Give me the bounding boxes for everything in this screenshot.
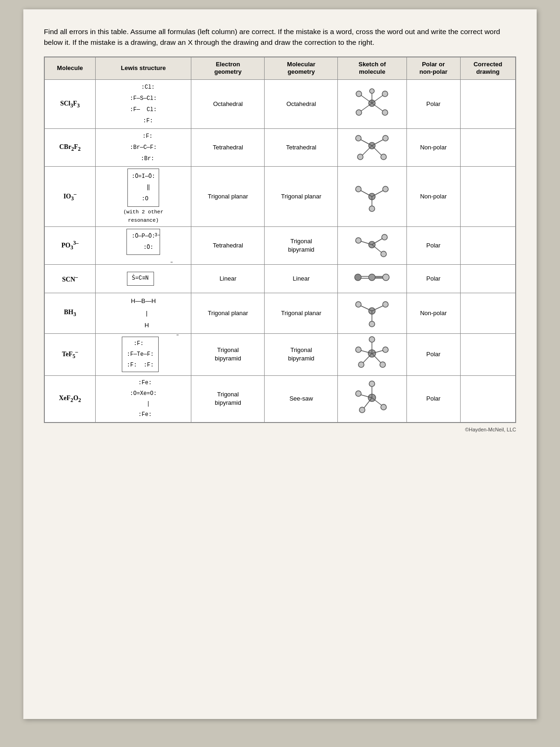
sketch	[338, 333, 406, 375]
svg-point-8	[382, 110, 388, 115]
table-row: SCl3F3 :Cl: :F—S—Cl: :F— Cl: :F: Octahed…	[44, 80, 516, 129]
molecule-name: SCl3F3	[44, 80, 95, 129]
molecule-svg	[353, 231, 391, 259]
molecule-name: TeF5–	[44, 333, 95, 375]
molecular-geometry: Tetrahedral	[265, 129, 338, 167]
molecule-svg	[353, 337, 391, 370]
molecular-geometry: See-saw	[265, 375, 338, 423]
molecule-svg	[353, 182, 391, 210]
svg-line-58	[372, 353, 381, 363]
electron-geometry: Linear	[191, 265, 265, 293]
svg-line-32	[372, 238, 383, 245]
corrected-drawing	[460, 227, 516, 265]
molecule-name: SCN–	[44, 265, 95, 293]
molecular-geometry: Trigonalbipyramid	[265, 227, 338, 265]
svg-point-2	[356, 91, 362, 97]
svg-point-51	[369, 337, 375, 342]
table-row: TeF5– :F: :F—Te—F: :F: :F: – Trigonalbip…	[44, 333, 516, 375]
sketch	[338, 80, 406, 129]
electron-geometry: Trigonal planar	[191, 293, 265, 333]
svg-point-68	[359, 407, 365, 413]
table-row: IO3– :Ö=I—Ö: ‖ :O (with 2 otherresonance…	[44, 167, 516, 227]
svg-point-46	[383, 302, 388, 307]
polar-label: Non-polar	[406, 293, 460, 333]
svg-point-34	[355, 274, 361, 281]
svg-point-6	[356, 110, 362, 115]
polar-label: Non-polar	[406, 129, 460, 167]
svg-line-30	[372, 245, 382, 253]
sketch	[338, 293, 406, 333]
svg-point-29	[356, 238, 361, 243]
corrected-drawing	[460, 129, 516, 167]
svg-point-13	[356, 135, 361, 141]
svg-point-22	[356, 186, 361, 192]
svg-point-59	[380, 362, 385, 367]
molecule-name: BH3	[44, 293, 95, 333]
molecular-geometry: Octahedral	[265, 80, 338, 129]
molecule-svg	[353, 268, 391, 287]
lewis-structure: H—B—H | H	[95, 293, 191, 333]
svg-line-65	[372, 398, 382, 406]
corrected-drawing	[460, 80, 516, 129]
molecule-name: XeF2O2	[44, 375, 95, 423]
col-header-lewis: Lewis structure	[95, 57, 191, 80]
sketch	[338, 227, 406, 265]
polar-label: Polar	[406, 375, 460, 423]
svg-line-1	[360, 95, 372, 103]
table-row: PO33– :Ö—P—Ö: :Ö: 3– Tetrahedral Trigona…	[44, 227, 516, 265]
svg-point-31	[381, 251, 386, 257]
svg-point-62	[369, 381, 375, 387]
svg-point-64	[356, 391, 361, 396]
svg-line-3	[372, 95, 384, 103]
svg-point-53	[356, 347, 361, 352]
molecular-geometry: Linear	[265, 265, 338, 293]
svg-point-26	[369, 206, 375, 211]
svg-line-14	[372, 139, 384, 146]
svg-point-17	[357, 154, 363, 160]
electron-geometry: Trigonal planar	[191, 167, 265, 227]
electron-geometry: Tetrahedral	[191, 129, 265, 167]
polar-label: Polar	[406, 333, 460, 375]
corrected-drawing	[460, 375, 516, 423]
page: Find all errors in this table. Assume al…	[23, 9, 537, 719]
molecular-geometry: Trigonalbipyramid	[265, 333, 338, 375]
svg-point-33	[382, 234, 387, 240]
copyright-text: ©Hayden-McNeil, LLC	[44, 427, 516, 432]
lewis-structure: :Ö=I—Ö: ‖ :O (with 2 otherresonance)	[95, 167, 191, 227]
main-table: Molecule Lewis structure Electrongeometr…	[44, 56, 516, 423]
svg-point-19	[381, 154, 386, 160]
corrected-drawing	[460, 167, 516, 227]
lewis-structure: :Fe: :O=Xe=O: | :Fe:	[95, 375, 191, 423]
electron-geometry: Trigonalbipyramid	[191, 375, 265, 423]
polar-label: Polar	[406, 80, 460, 129]
svg-point-66	[381, 404, 386, 410]
electron-geometry: Octahedral	[191, 80, 265, 129]
lewis-structure: :Ö—P—Ö: :Ö: 3–	[95, 227, 191, 265]
svg-line-21	[360, 190, 372, 197]
lewis-structure: Ṡ=C≡N –	[95, 265, 191, 293]
sketch	[338, 375, 406, 423]
svg-line-18	[372, 146, 382, 156]
col-header-corrected: Correcteddrawing	[460, 57, 516, 80]
svg-line-5	[360, 103, 372, 112]
molecule-name: CBr2F2	[44, 129, 95, 167]
sketch	[338, 167, 406, 227]
sketch	[338, 265, 406, 293]
table-row: SCN– Ṡ=C≡N – Linear Linear	[44, 265, 516, 293]
svg-line-23	[372, 190, 384, 197]
svg-point-37	[369, 274, 375, 281]
svg-point-10	[370, 89, 374, 93]
svg-line-56	[363, 353, 372, 363]
molecule-name: IO3–	[44, 167, 95, 227]
molecule-name: PO33–	[44, 227, 95, 265]
svg-point-48	[369, 321, 375, 327]
polar-label: Non-polar	[406, 167, 460, 227]
svg-line-12	[360, 139, 372, 146]
electron-geometry: Tetrahedral	[191, 227, 265, 265]
svg-point-24	[383, 186, 388, 192]
svg-point-57	[358, 362, 364, 367]
sketch	[338, 129, 406, 167]
col-header-polar: Polar ornon-polar	[406, 57, 460, 80]
svg-line-16	[362, 146, 372, 156]
lewis-structure: :F: :Br—C—F: :Br:	[95, 129, 191, 167]
